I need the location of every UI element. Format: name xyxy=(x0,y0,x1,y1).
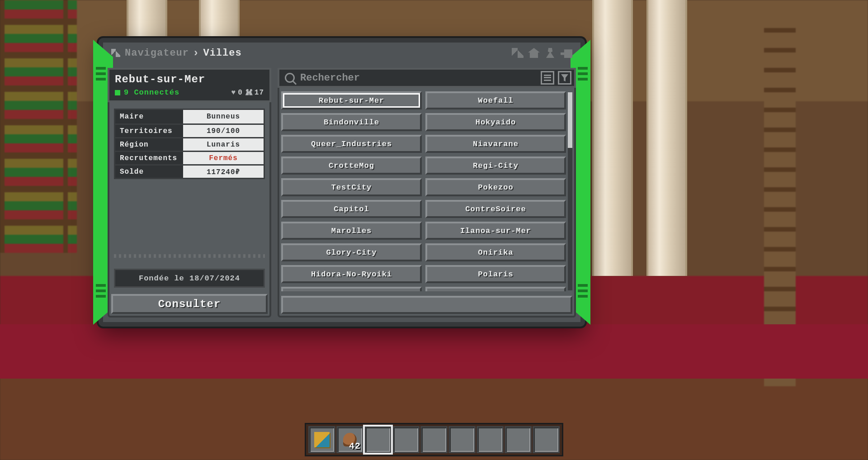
stat-value: 117240₽ xyxy=(183,166,264,178)
city-button[interactable]: ContreSoiree xyxy=(425,200,566,218)
city-button[interactable]: Woefall xyxy=(425,91,566,109)
scrollbar[interactable] xyxy=(568,92,572,290)
hotbar-slot[interactable] xyxy=(476,426,504,453)
city-button[interactable]: TestCity xyxy=(281,178,422,196)
online-dot-icon xyxy=(115,90,120,95)
city-button[interactable]: Marolles xyxy=(281,222,422,240)
nav-user-icon[interactable] xyxy=(544,48,556,58)
hotbar-slot[interactable] xyxy=(364,426,392,453)
stat-row-balance: Solde 117240₽ xyxy=(115,164,264,178)
city-name: Rebut-sur-Mer xyxy=(109,70,269,87)
city-button[interactable]: Bindonville xyxy=(281,113,422,131)
divider-dots xyxy=(114,254,265,258)
navigator-tablet: Navigateur › Villes Rebut-sur-Mer 9 Conn… xyxy=(99,38,585,327)
hotbar-slot[interactable] xyxy=(448,426,476,453)
city-button[interactable]: Niavarane xyxy=(425,135,566,153)
city-button[interactable]: Olympia xyxy=(281,287,422,291)
hotbar: 42 xyxy=(305,423,563,456)
bottom-bar xyxy=(281,296,572,314)
city-button[interactable]: Glory-City xyxy=(281,243,422,261)
members-count: 17 xyxy=(245,89,264,97)
city-button[interactable]: Pokezoo xyxy=(425,178,566,196)
city-button[interactable]: Ilanoa-sur-Mer xyxy=(425,222,566,240)
hotbar-slot[interactable]: 42 xyxy=(336,426,363,453)
city-list-panel: Rebut-sur-MerWoefallBindonvilleHokyaidoQ… xyxy=(278,68,576,318)
city-grid: Rebut-sur-MerWoefallBindonvilleHokyaidoQ… xyxy=(281,91,572,291)
city-button[interactable]: Hidora-No-Ryoiki xyxy=(281,265,422,283)
stat-key: Territoires xyxy=(115,125,183,137)
hotbar-slot[interactable] xyxy=(533,426,560,453)
city-button[interactable]: Capitol xyxy=(281,200,422,218)
search-icon xyxy=(285,73,295,83)
city-button[interactable]: Rebut-sur-Mer xyxy=(281,91,422,109)
item-count: 42 xyxy=(349,441,361,451)
breadcrumb-page: Villes xyxy=(203,47,241,59)
hotbar-slot[interactable] xyxy=(505,426,532,453)
stat-row-region: Région Lunaris xyxy=(115,137,264,151)
search-input[interactable] xyxy=(300,72,537,84)
city-button[interactable]: CrotteMog xyxy=(281,156,422,175)
city-detail-panel: Rebut-sur-Mer 9 Connectés 0 17 Maire Bun… xyxy=(108,68,271,318)
scrollbar-thumb[interactable] xyxy=(568,92,572,148)
pillar-decor xyxy=(646,0,687,276)
city-button[interactable]: Regi-City xyxy=(425,156,566,175)
hotbar-slot[interactable] xyxy=(420,426,448,453)
stat-value: Fermés xyxy=(183,152,264,164)
stat-row-mayor: Maire Bunneus xyxy=(115,110,264,123)
hotbar-slot[interactable] xyxy=(308,426,335,453)
consult-button[interactable]: Consulter xyxy=(111,294,268,314)
carpet-decor xyxy=(0,324,868,379)
stat-key: Recrutements xyxy=(115,152,183,164)
stat-row-recruitment: Recrutements Fermés xyxy=(115,151,264,164)
stat-key: Maire xyxy=(115,110,183,123)
titlebar: Navigateur › Villes xyxy=(103,43,580,63)
stat-value: Bunneus xyxy=(183,110,264,123)
city-button[interactable]: Polaris xyxy=(425,265,566,283)
book-item-icon xyxy=(314,432,330,447)
nav-home-icon[interactable] xyxy=(528,48,540,58)
city-button[interactable]: Hokyaido xyxy=(425,113,566,131)
stat-row-territories: Territoires 190/100 xyxy=(115,123,264,137)
filter-button[interactable] xyxy=(558,71,571,85)
founded-label: Fondée le 18/07/2024 xyxy=(114,269,265,288)
city-button[interactable]: Queer_Industries xyxy=(281,135,422,153)
stat-value: 190/100 xyxy=(183,125,264,137)
breadcrumb-root[interactable]: Navigateur xyxy=(125,47,189,59)
hearts-count: 0 xyxy=(231,89,243,97)
city-stats-table: Maire Bunneus Territoires 190/100 Région… xyxy=(114,109,265,179)
city-button[interactable]: Eurock xyxy=(425,287,566,291)
view-list-button[interactable] xyxy=(541,71,554,85)
map-icon xyxy=(111,49,120,57)
nav-back-icon[interactable] xyxy=(561,48,572,58)
searchbar xyxy=(278,68,576,88)
stat-value: Lunaris xyxy=(183,138,264,151)
stat-key: Région xyxy=(115,138,183,151)
hotbar-slot[interactable] xyxy=(392,426,420,453)
city-header: Rebut-sur-Mer 9 Connectés 0 17 xyxy=(108,68,271,102)
connected-count: 9 Connectés xyxy=(124,88,179,97)
city-button[interactable]: Onirika xyxy=(425,243,566,261)
pillar-decor xyxy=(592,0,633,276)
chevron-right-icon: › xyxy=(193,47,199,59)
nav-map-icon[interactable] xyxy=(512,48,524,58)
stat-key: Solde xyxy=(115,166,183,178)
